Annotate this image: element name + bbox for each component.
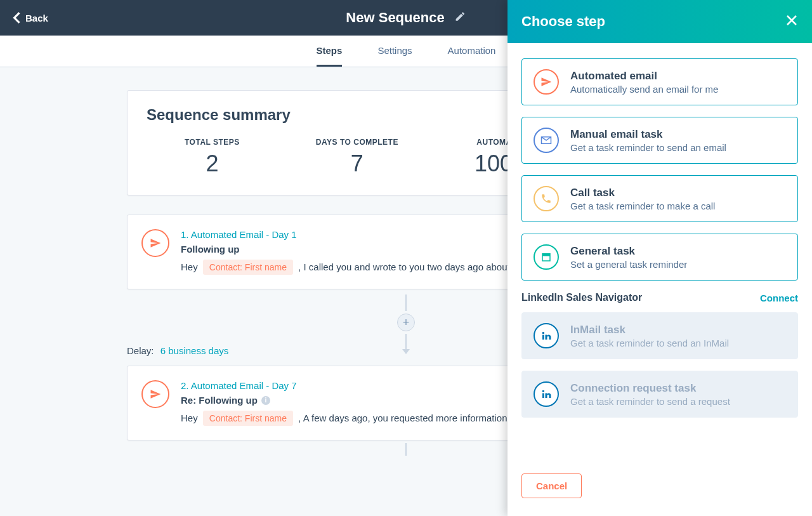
- tab-settings[interactable]: Settings: [377, 36, 412, 67]
- page-title: New Sequence: [346, 10, 444, 26]
- add-step-button[interactable]: +: [397, 314, 415, 331]
- preview-post: , I called you and wrote to you two days…: [298, 261, 535, 272]
- panel-title: Choose step: [521, 13, 605, 30]
- connector-line: [405, 334, 407, 350]
- option-title: General task: [570, 245, 687, 258]
- linkedin-heading-text: LinkedIn Sales Navigator: [521, 292, 642, 303]
- choose-step-panel: Choose step Automated email Automaticall…: [508, 0, 812, 516]
- option-title: Manual email task: [570, 128, 726, 141]
- stat-label: DAYS TO COMPLETE: [316, 138, 398, 147]
- paper-plane-icon: [141, 380, 169, 408]
- stat-label: TOTAL STEPS: [185, 138, 240, 147]
- stat-value: 2: [206, 150, 218, 177]
- close-button[interactable]: [785, 14, 798, 29]
- step-option-automated-email[interactable]: Automated email Automatically send an em…: [521, 58, 798, 105]
- option-desc: Get a task reminder to make a call: [570, 201, 715, 211]
- option-desc: Get a task reminder to send an InMail: [570, 338, 729, 348]
- connector-line: [405, 294, 407, 311]
- step-option-general[interactable]: General task Set a general task reminder: [521, 234, 798, 281]
- linkedin-connect-link[interactable]: Connect: [760, 293, 798, 303]
- linkedin-icon: [534, 323, 559, 348]
- calendar-icon: [534, 244, 559, 270]
- stat-days: DAYS TO COMPLETE 7: [316, 138, 398, 177]
- option-desc: Get a task reminder to send an email: [570, 142, 726, 153]
- delay-label: Delay: 6 business days: [127, 345, 228, 356]
- svg-rect-0: [542, 254, 550, 256]
- close-icon: [785, 14, 798, 27]
- chevron-left-icon: [13, 12, 20, 23]
- option-title: Call task: [570, 187, 715, 199]
- tab-automation[interactable]: Automation: [448, 36, 496, 67]
- option-text: Manual email task Get a task reminder to…: [570, 128, 726, 153]
- paper-plane-icon: [534, 69, 559, 95]
- stat-total-steps: TOTAL STEPS 2: [185, 138, 240, 177]
- phone-icon: [534, 186, 559, 211]
- option-desc: Automatically send an email for me: [570, 84, 718, 95]
- linkedin-section-heading: LinkedIn Sales Navigator Connect: [521, 292, 798, 303]
- preview-pre: Hey: [181, 413, 200, 423]
- tab-steps[interactable]: Steps: [317, 36, 343, 67]
- option-desc: Get a task reminder to send a request: [570, 396, 730, 407]
- back-button[interactable]: Back: [13, 12, 48, 23]
- connector-line: [405, 443, 407, 456]
- subject-text: Re: Following up: [181, 395, 258, 406]
- preview-pre: Hey: [181, 261, 200, 272]
- option-text: General task Set a general task reminder: [570, 245, 687, 270]
- preview-post: , A few days ago, you requested more inf…: [298, 413, 534, 423]
- option-desc: Set a general task reminder: [570, 259, 687, 270]
- option-text: Connection request task Get a task remin…: [570, 382, 730, 407]
- delay-text: Delay:: [127, 345, 154, 356]
- delay-value-link[interactable]: 6 business days: [160, 345, 229, 356]
- arrow-down-icon: [402, 349, 410, 354]
- paper-plane-icon: [141, 229, 169, 257]
- panel-header: Choose step: [508, 0, 812, 43]
- pencil-icon: [455, 11, 466, 22]
- edit-title-button[interactable]: [455, 11, 466, 25]
- option-title: Connection request task: [570, 382, 730, 395]
- info-icon[interactable]: i: [261, 396, 270, 405]
- option-title: Automated email: [570, 70, 718, 83]
- option-title: InMail task: [570, 324, 729, 336]
- personalization-token[interactable]: Contact: First name: [203, 260, 293, 275]
- cancel-button[interactable]: Cancel: [521, 473, 582, 498]
- panel-footer: Cancel: [508, 462, 812, 516]
- step-option-manual-email[interactable]: Manual email task Get a task reminder to…: [521, 117, 798, 164]
- envelope-icon: [534, 128, 559, 153]
- option-text: InMail task Get a task reminder to send …: [570, 324, 729, 348]
- linkedin-icon: [534, 381, 559, 407]
- step-option-inmail: InMail task Get a task reminder to send …: [521, 312, 798, 359]
- option-text: Automated email Automatically send an em…: [570, 70, 718, 95]
- step-option-call[interactable]: Call task Get a task reminder to make a …: [521, 175, 798, 222]
- subject-text: Following up: [181, 244, 239, 255]
- panel-body: Automated email Automatically send an em…: [508, 43, 812, 462]
- personalization-token[interactable]: Contact: First name: [203, 411, 293, 426]
- back-label: Back: [25, 13, 48, 23]
- stat-value: 7: [351, 150, 363, 177]
- step-option-connection-request: Connection request task Get a task remin…: [521, 371, 798, 418]
- option-text: Call task Get a task reminder to make a …: [570, 187, 715, 211]
- page-title-wrap: New Sequence: [346, 10, 466, 26]
